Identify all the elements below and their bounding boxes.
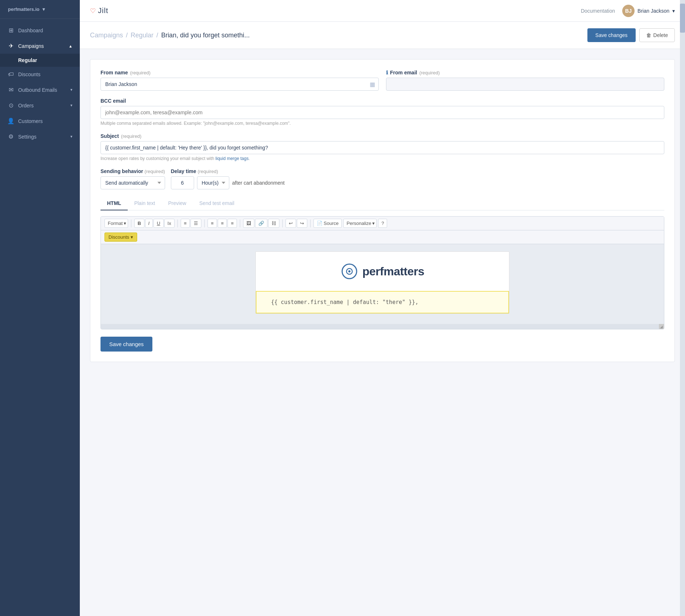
discounts-button[interactable]: Discounts ▾ [104, 233, 137, 242]
from-email-group: ℹ From email (required) [386, 70, 664, 91]
breadcrumb-regular[interactable]: Regular [131, 32, 153, 39]
breadcrumb-campaigns[interactable]: Campaigns [90, 32, 123, 39]
sending-behavior-row: Sending behavior (required) Send automat… [101, 168, 664, 189]
list-group: ≡ ☰ [181, 219, 202, 228]
sidebar-item-label: Customers [18, 118, 43, 124]
text-format-group: B I U Ix [134, 219, 175, 228]
tab-preview[interactable]: Preview [161, 197, 193, 210]
subject-group: Subject (required) Increase open rates b… [101, 133, 664, 161]
sidebar-item-orders[interactable]: ⊙ Orders ▾ [0, 98, 80, 113]
underline-button[interactable]: U [153, 219, 163, 228]
topnav: ♡ Jilt Documentation BJ Brian Jackson ▾ [80, 0, 685, 22]
sidebar-brand-chevron: ▾ [42, 7, 45, 12]
email-header: perfmatters [256, 252, 509, 291]
form-card: From name (required) ▦ ℹ From email (req… [90, 59, 675, 362]
sidebar-item-settings[interactable]: ⚙ Settings ▾ [0, 129, 80, 144]
editor-hscrollbar: ◢ [101, 324, 664, 329]
from-name-input[interactable] [101, 78, 379, 91]
delete-button[interactable]: 🗑 Delete [639, 28, 675, 42]
bold-button[interactable]: B [134, 219, 144, 228]
tab-plain-text[interactable]: Plain text [128, 197, 162, 210]
page-header: Campaigns / Regular / Brian, did you for… [80, 22, 685, 49]
sidebar-item-label: Dashboard [18, 28, 43, 33]
content-area: From name (required) ▦ ℹ From email (req… [80, 49, 685, 616]
bcc-group: BCC email Multiple comma separated email… [101, 98, 664, 126]
format-button[interactable]: Format ▾ [104, 219, 128, 228]
documentation-link[interactable]: Documentation [581, 8, 615, 14]
save-changes-button-header[interactable]: Save changes [587, 28, 636, 42]
unordered-list-button[interactable]: ☰ [190, 219, 201, 228]
unlink-button[interactable]: ⛓ [268, 219, 279, 228]
trash-icon: 🗑 [646, 32, 651, 38]
toolbar-sep-2 [177, 219, 178, 227]
svg-point-2 [348, 270, 350, 272]
user-menu[interactable]: BJ Brian Jackson ▾ [622, 5, 675, 17]
from-email-input[interactable] [386, 78, 664, 91]
bcc-hint: Multiple comma separated emails allowed.… [101, 121, 664, 126]
sidebar-item-dashboard[interactable]: ⊞ Dashboard [0, 22, 80, 38]
editor-tabs: HTML Plain text Preview Send test email [101, 197, 664, 210]
image-button[interactable]: 🖼 [243, 219, 254, 228]
subject-label: Subject (required) [101, 133, 664, 139]
undo-redo-group: ↩ ↪ [286, 219, 307, 228]
sidebar-item-outbound-emails[interactable]: ✉ Outbound Emails ▾ [0, 82, 80, 98]
personalize-button[interactable]: Personalize ▾ [343, 219, 377, 228]
strikethrough-button[interactable]: Ix [164, 219, 175, 228]
bcc-input[interactable] [101, 106, 664, 119]
sidebar-nav: ⊞ Dashboard ✈ Campaigns ▲ Regular 🏷 Disc… [0, 19, 80, 148]
discounts-chevron-icon: ▾ [131, 234, 133, 240]
delay-time-label: Delay time (required) [171, 168, 285, 174]
undo-button[interactable]: ↩ [286, 219, 296, 228]
sidebar-item-discounts[interactable]: 🏷 Discounts [0, 67, 80, 82]
subject-input[interactable] [101, 141, 664, 154]
email-preview: perfmatters {{ customer.first_name | def… [255, 251, 509, 314]
delay-unit-select[interactable]: Hour(s) [197, 176, 229, 189]
settings-icon: ⚙ [7, 133, 15, 140]
settings-chevron-icon: ▾ [70, 134, 73, 139]
ordered-list-button[interactable]: ≡ [181, 219, 190, 228]
sidebar-item-customers[interactable]: 👤 Customers [0, 113, 80, 129]
email-body-preview: {{ customer.first_name | default: "there… [256, 291, 509, 313]
sidebar-subitem-regular[interactable]: Regular [0, 54, 80, 67]
editor-body[interactable]: perfmatters {{ customer.first_name | def… [101, 244, 664, 324]
breadcrumb-sep-1: / [126, 32, 128, 39]
delay-time-input[interactable] [171, 176, 194, 189]
page-header-actions: Save changes 🗑 Delete [587, 28, 675, 42]
align-left-button[interactable]: ≡ [208, 219, 217, 228]
editor-hscrollbar-track[interactable] [101, 324, 659, 329]
bottom-actions: Save changes [101, 337, 664, 352]
from-name-group: From name (required) ▦ [101, 70, 379, 91]
sidebar-item-label: Orders [18, 103, 34, 108]
editor-resize-handle[interactable]: ◢ [659, 324, 664, 329]
editor-body-wrapper: perfmatters {{ customer.first_name | def… [101, 244, 664, 324]
save-changes-button-bottom[interactable]: Save changes [101, 337, 152, 352]
toolbar-sep-1 [131, 219, 131, 227]
link-button[interactable]: 🔗 [255, 219, 267, 228]
orders-icon: ⊙ [7, 102, 15, 109]
avatar: BJ [622, 5, 635, 17]
sidebar-brand[interactable]: perfmatters.io ▾ [0, 0, 80, 19]
sending-behavior-select[interactable]: Send automatically [101, 176, 165, 189]
after-text: after cart abandonment [232, 180, 285, 186]
sidebar-item-campaigns[interactable]: ✈ Campaigns ▲ [0, 38, 80, 54]
italic-button[interactable]: I [145, 219, 153, 228]
user-chevron-icon: ▾ [672, 8, 675, 14]
bcc-label: BCC email [101, 98, 664, 104]
sending-behavior-label: Sending behavior (required) [101, 168, 165, 174]
tab-send-test[interactable]: Send test email [193, 197, 241, 210]
redo-button[interactable]: ↪ [297, 219, 307, 228]
tab-html[interactable]: HTML [101, 197, 128, 210]
contact-card-icon: ▦ [370, 81, 375, 88]
perfmatters-logo-text: perfmatters [362, 265, 424, 278]
liquid-merge-tags-link[interactable]: liquid merge tags [216, 156, 249, 161]
sidebar-item-label: Campaigns [18, 43, 44, 49]
help-button[interactable]: ? [378, 219, 387, 228]
user-name: Brian Jackson [637, 8, 669, 14]
align-center-button[interactable]: ≡ [218, 219, 227, 228]
main-area: ♡ Jilt Documentation BJ Brian Jackson ▾ … [80, 0, 685, 616]
from-name-label: From name (required) [101, 70, 379, 75]
align-right-button[interactable]: ≡ [227, 219, 237, 228]
editor-container: Format ▾ B I U Ix ≡ ☰ [101, 216, 664, 329]
source-button[interactable]: 📄 Source [313, 219, 342, 228]
personalize-chevron-icon: ▾ [372, 221, 375, 226]
